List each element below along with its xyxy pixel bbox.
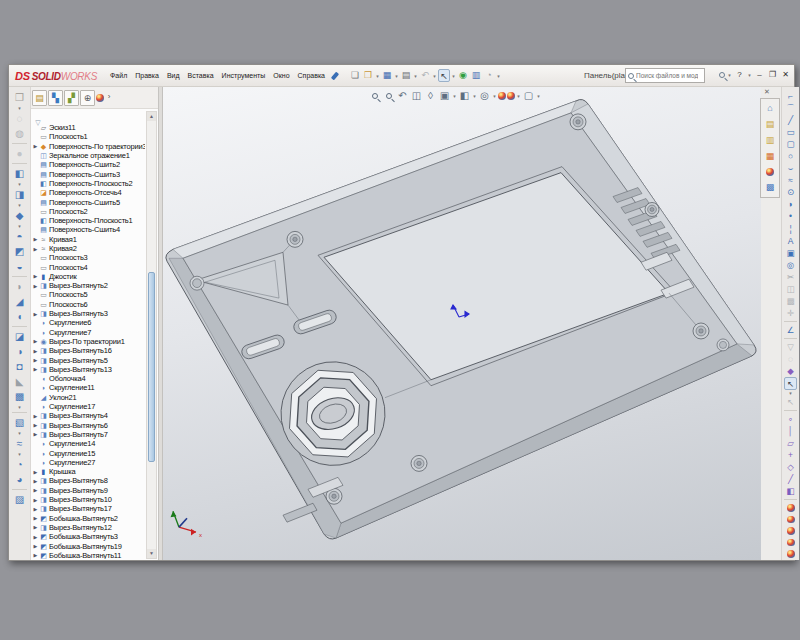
- open-document-flyout[interactable]: ▾: [375, 73, 380, 79]
- previous-view-icon[interactable]: ↶: [396, 89, 409, 103]
- tree-item[interactable]: ◧Поверхность-Плоскость1: [32, 216, 145, 225]
- tree-item[interactable]: ◗Скругление14: [32, 439, 145, 448]
- menu-справка[interactable]: Справка: [294, 70, 329, 81]
- expand-icon[interactable]: ▶: [32, 506, 39, 512]
- menu-вид[interactable]: Вид: [163, 70, 184, 81]
- tree-item[interactable]: ◪Поверхность-Отсечь4: [32, 188, 145, 197]
- point-icon[interactable]: •: [784, 210, 797, 222]
- taskpane-appearances-icon[interactable]: [766, 168, 774, 176]
- hide-show-items-flyout[interactable]: ▾: [492, 93, 497, 99]
- linear-sketch-pattern-icon[interactable]: ▩: [784, 295, 797, 307]
- select-flyout[interactable]: ▾: [451, 73, 456, 79]
- straight-slot-icon[interactable]: ▢: [784, 138, 797, 150]
- reference-icon[interactable]: ◍: [12, 126, 27, 141]
- options-flyout[interactable]: ▾: [496, 73, 501, 79]
- help-flyout[interactable]: ▾: [747, 72, 752, 78]
- tree-item[interactable]: ▶◩Бобышка-Вытянуть11: [32, 551, 145, 559]
- tree-item[interactable]: ▶◉Вырез-По траектории1: [32, 337, 145, 346]
- tree-item[interactable]: ▶◨Вырез-Вытянуть6: [32, 421, 145, 430]
- tree-item[interactable]: ◗Скругление7: [32, 328, 145, 337]
- expand-icon[interactable]: ▶: [32, 487, 39, 493]
- search-flyout[interactable]: ▾: [727, 72, 732, 78]
- tree-item[interactable]: ▶◨Вырез-Вытянуть7: [32, 430, 145, 439]
- scroll-down-icon[interactable]: ▼: [147, 549, 156, 558]
- menu-файл[interactable]: Файл: [106, 70, 131, 81]
- draft-icon[interactable]: ◣: [12, 374, 27, 389]
- tree-item[interactable]: ▶◩Бобышка-Вытянуть2: [32, 513, 145, 522]
- tree-item[interactable]: ▶◨Вырез-Вытянуть10: [32, 495, 145, 504]
- new-document-icon[interactable]: ❏: [349, 69, 361, 82]
- tree-item[interactable]: ▶◨Вырез-Вытянуть12: [32, 523, 145, 532]
- tree-item[interactable]: ◗Скругление27: [32, 458, 145, 467]
- rectangle-icon[interactable]: ▭: [784, 126, 797, 138]
- expand-icon[interactable]: ▶: [32, 422, 39, 428]
- tree-item[interactable]: ▶◨Вырез-Вытянуть5: [32, 355, 145, 364]
- fillet-icon[interactable]: ◗: [12, 279, 27, 294]
- expand-icon[interactable]: ▶: [32, 366, 39, 372]
- scroll-thumb[interactable]: [148, 272, 155, 462]
- help-button[interactable]: ?: [734, 69, 745, 80]
- select-icon[interactable]: ↖: [438, 69, 450, 82]
- expand-icon[interactable]: ▶: [32, 246, 39, 252]
- expand-icon[interactable]: ▶: [32, 478, 39, 484]
- line-icon[interactable]: ╱: [784, 114, 797, 126]
- select-tool-icon[interactable]: ↖: [784, 377, 797, 390]
- smart-dimension-icon[interactable]: ∠: [784, 324, 797, 336]
- expand-icon[interactable]: ▶: [32, 469, 39, 475]
- convert-entities-icon[interactable]: ▣: [784, 247, 797, 259]
- taskpane-file-explorer-icon[interactable]: ▥: [763, 134, 777, 147]
- lasso-select-icon[interactable]: ◌: [784, 353, 797, 365]
- tree-item[interactable]: ◗Скругление6: [32, 318, 145, 327]
- appearance-1-icon[interactable]: [787, 504, 795, 512]
- tree-item[interactable]: ▶◨Вырез-Вытянуть4: [32, 411, 145, 420]
- expand-icon[interactable]: ▶: [32, 273, 39, 279]
- tree-item[interactable]: ▶◨Вырез-Вытянуть3: [32, 309, 145, 318]
- expand-icon[interactable]: ▶: [32, 143, 39, 149]
- expand-icon[interactable]: ▶: [32, 311, 39, 317]
- taskpane-home-icon[interactable]: ⌂: [763, 102, 777, 115]
- expand-icon[interactable]: ▶: [32, 515, 39, 521]
- expand-icon[interactable]: ▶: [32, 534, 39, 540]
- ellipse-icon[interactable]: ⊙: [784, 186, 797, 198]
- tree-item[interactable]: ◗Скругление15: [32, 448, 145, 457]
- print-icon[interactable]: ▤: [400, 69, 412, 82]
- tree-item[interactable]: ▭Плоскость3: [32, 253, 145, 262]
- expand-icon[interactable]: ▶: [32, 348, 39, 354]
- view-orientation-flyout[interactable]: ▾: [452, 93, 457, 99]
- appearance-5-icon[interactable]: [787, 550, 795, 558]
- tree-item[interactable]: ▶◨Вырез-Вытянуть17: [32, 504, 145, 513]
- selection-filter-icon[interactable]: ▽: [784, 341, 797, 353]
- part-model[interactable]: x: [163, 87, 761, 560]
- corner-rectangle-icon[interactable]: ⌐: [784, 90, 797, 102]
- tree-item[interactable]: ▭Плоскость1: [32, 132, 145, 141]
- expand-icon[interactable]: ▶: [32, 283, 39, 289]
- search-input[interactable]: [636, 72, 698, 79]
- tree-item[interactable]: ▤Поверхность-Сшить2: [32, 160, 145, 169]
- pattern-flyout[interactable]: ▾: [17, 404, 22, 410]
- taskpane-custom-properties-icon[interactable]: ▩: [763, 181, 777, 194]
- tree-item[interactable]: ▶◩Бобышка-Вытянуть19: [32, 541, 145, 550]
- helix-icon[interactable]: ◔: [12, 457, 27, 472]
- zoom-to-fit-icon[interactable]: [368, 89, 381, 103]
- expand-icon[interactable]: ▶: [32, 543, 39, 549]
- cut-revolve-icon[interactable]: ◑: [12, 344, 27, 359]
- undo-icon[interactable]: ↶: [419, 69, 431, 82]
- tree-item[interactable]: ▶◨Вырез-Вытянуть9: [32, 486, 145, 495]
- flyout-folder-icon[interactable]: ❐: [12, 90, 27, 105]
- expand-icon[interactable]: ▶: [32, 357, 39, 363]
- reference-surface-icon[interactable]: ◧: [784, 485, 797, 497]
- tree-item[interactable]: ▶◩Бобышка-Вытянуть3: [32, 532, 145, 541]
- spline-icon[interactable]: ≈: [784, 174, 797, 186]
- swept-boss-icon[interactable]: ◆: [12, 208, 27, 223]
- reference-point-icon[interactable]: ∘: [784, 413, 797, 425]
- tree-item[interactable]: ▶◨Вырез-Вытянуть2: [32, 281, 145, 290]
- menu-правка[interactable]: Правка: [131, 70, 163, 81]
- chamfer-icon[interactable]: ◢: [12, 294, 27, 309]
- apply-scene-flyout[interactable]: ▾: [516, 93, 521, 99]
- mirror-entities-icon[interactable]: ◫: [784, 283, 797, 295]
- tree-item[interactable]: ▭Плоскость2: [32, 207, 145, 216]
- zoom-to-area-icon[interactable]: [382, 89, 395, 103]
- shell-icon[interactable]: ◖: [12, 309, 27, 324]
- expand-icon[interactable]: ▶: [32, 338, 39, 344]
- print-flyout[interactable]: ▾: [413, 73, 418, 79]
